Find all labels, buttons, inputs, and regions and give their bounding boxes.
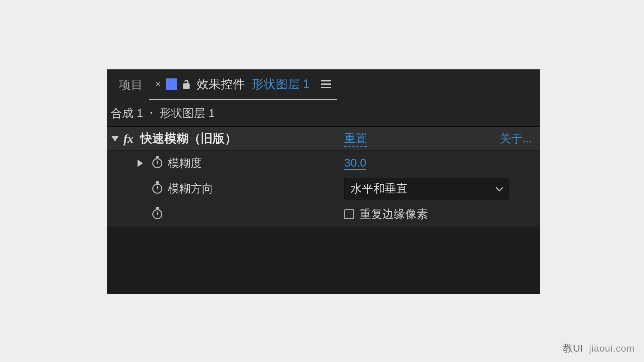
prop-row-blurriness: 模糊度 30.0 bbox=[107, 150, 540, 176]
layer-color-chip bbox=[166, 78, 177, 90]
watermark-en: jiaoui.com bbox=[589, 343, 635, 354]
direction-dropdown[interactable]: 水平和垂直 bbox=[344, 178, 508, 199]
reset-link[interactable]: 重置 bbox=[344, 131, 367, 147]
effect-name: 快速模糊（旧版） bbox=[140, 130, 237, 147]
close-icon[interactable]: × bbox=[155, 78, 161, 90]
prop-blurriness-label: 模糊度 bbox=[168, 156, 202, 171]
unlock-icon[interactable] bbox=[182, 78, 192, 90]
panel-menu-icon[interactable] bbox=[321, 80, 331, 88]
effect-header[interactable]: fx 快速模糊（旧版） 重置 关于... bbox=[107, 127, 540, 150]
prop-blurriness-value[interactable]: 30.0 bbox=[344, 156, 366, 170]
stopwatch-icon[interactable] bbox=[152, 158, 162, 168]
expand-triangle-icon[interactable] bbox=[138, 160, 143, 167]
tab-effect-controls[interactable]: × 效果控件 形状图层 1 bbox=[149, 69, 337, 100]
breadcrumb-comp[interactable]: 合成 1 bbox=[111, 107, 143, 119]
breadcrumb-layer[interactable]: 形状图层 1 bbox=[160, 107, 215, 119]
prop-row-repeat-edge: 重复边缘像素 bbox=[107, 201, 540, 227]
tab-project-label: 项目 bbox=[119, 77, 143, 93]
about-link[interactable]: 关于... bbox=[500, 131, 532, 146]
fx-icon[interactable]: fx bbox=[123, 132, 133, 146]
breadcrumb: 合成 1 • 形状图层 1 bbox=[107, 100, 540, 127]
panel-tab-bar: 项目 × 效果控件 形状图层 1 bbox=[107, 69, 540, 100]
prop-row-direction: 模糊方向 水平和垂直 bbox=[107, 176, 540, 201]
watermark-cn: 教UI bbox=[563, 342, 583, 355]
direction-dropdown-value: 水平和垂直 bbox=[351, 181, 408, 196]
repeat-edge-checkbox[interactable] bbox=[344, 209, 354, 219]
watermark: 教UI jiaoui.com bbox=[563, 342, 635, 355]
stopwatch-icon[interactable] bbox=[152, 184, 162, 194]
tab-layer-name: 形状图层 1 bbox=[252, 76, 310, 93]
chevron-down-icon bbox=[496, 184, 503, 191]
tab-project[interactable]: 项目 bbox=[113, 69, 149, 100]
prop-repeat-edge-label: 重复边缘像素 bbox=[360, 206, 428, 222]
tab-title: 效果控件 bbox=[197, 76, 245, 93]
effect-controls-panel: 项目 × 效果控件 形状图层 1 合成 1 • 形状图层 1 fx 快速模糊（旧… bbox=[107, 69, 540, 294]
collapse-triangle-icon[interactable] bbox=[111, 136, 119, 141]
prop-direction-label: 模糊方向 bbox=[168, 181, 213, 196]
stopwatch-icon[interactable] bbox=[152, 209, 162, 219]
